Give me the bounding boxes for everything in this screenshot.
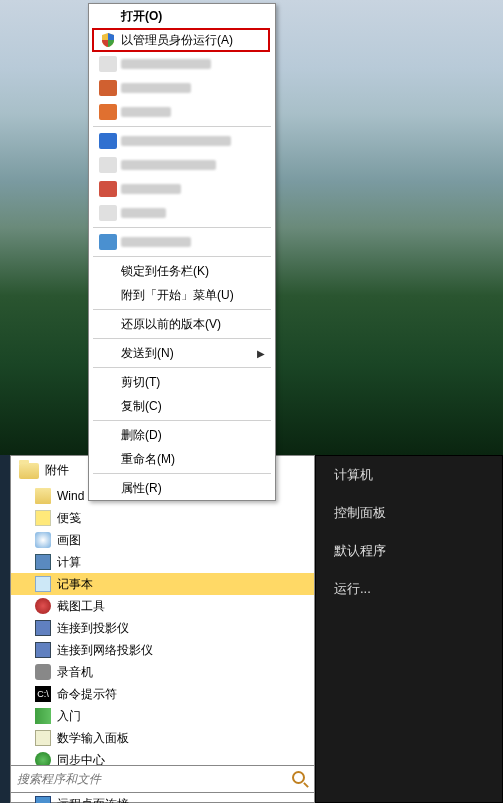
ctx-blurred-item[interactable] — [89, 52, 275, 76]
separator — [93, 420, 271, 421]
separator — [93, 309, 271, 310]
start-menu-right-panel: 计算机 控制面板 默认程序 运行... — [315, 455, 503, 803]
program-connect-network-projector[interactable]: 连接到网络投影仪 — [11, 639, 314, 661]
ctx-properties[interactable]: 属性(R) — [89, 476, 275, 500]
ctx-run-as-admin[interactable]: 以管理员身份运行(A) — [89, 28, 275, 52]
separator — [93, 338, 271, 339]
separator — [93, 227, 271, 228]
ctx-copy[interactable]: 复制(C) — [89, 394, 275, 418]
flag-icon — [35, 708, 51, 724]
search-box[interactable] — [10, 765, 315, 793]
ctx-blurred-item[interactable] — [89, 76, 275, 100]
ctx-blurred-item[interactable] — [89, 100, 275, 124]
program-connect-projector[interactable]: 连接到投影仪 — [11, 617, 314, 639]
cmd-icon: C:\ — [35, 686, 51, 702]
separator — [93, 473, 271, 474]
sidebar-item-control-panel[interactable]: 控制面板 — [316, 494, 502, 532]
program-math-input[interactable]: 数学输入面板 — [11, 727, 314, 749]
program-snipping-tool[interactable]: 截图工具 — [11, 595, 314, 617]
calculator-icon — [35, 554, 51, 570]
sidebar-item-computer[interactable]: 计算机 — [316, 456, 502, 494]
blank-icon — [99, 8, 117, 24]
ctx-blurred-item[interactable] — [89, 230, 275, 254]
search-input[interactable] — [17, 772, 292, 786]
ctx-open[interactable]: 打开(O) — [89, 4, 275, 28]
mic-icon — [35, 664, 51, 680]
ctx-send-to[interactable]: 发送到(N)▶ — [89, 341, 275, 365]
separator — [93, 256, 271, 257]
ctx-blurred-item[interactable] — [89, 177, 275, 201]
network-projector-icon — [35, 642, 51, 658]
scissors-icon — [35, 598, 51, 614]
ctx-restore-versions[interactable]: 还原以前的版本(V) — [89, 312, 275, 336]
paint-icon — [35, 532, 51, 548]
sticky-note-icon — [35, 510, 51, 526]
ctx-blurred-item[interactable] — [89, 201, 275, 225]
program-sticky-notes[interactable]: 便笺 — [11, 507, 314, 529]
folder-label: 附件 — [45, 462, 69, 479]
sidebar-item-default-programs[interactable]: 默认程序 — [316, 532, 502, 570]
separator — [93, 367, 271, 368]
ctx-rename[interactable]: 重命名(M) — [89, 447, 275, 471]
folder-icon — [19, 463, 39, 479]
ctx-blurred-item[interactable] — [89, 129, 275, 153]
ctx-blurred-item[interactable] — [89, 153, 275, 177]
math-icon — [35, 730, 51, 746]
program-list: Wind 便笺 画图 计算 记事本 截图工具 连接到投影仪 连接到网络投影仪 录… — [11, 485, 314, 803]
program-sound-recorder[interactable]: 录音机 — [11, 661, 314, 683]
program-calculator[interactable]: 计算 — [11, 551, 314, 573]
ctx-pin-taskbar[interactable]: 锁定到任务栏(K) — [89, 259, 275, 283]
sidebar-item-run[interactable]: 运行... — [316, 570, 502, 608]
ctx-delete[interactable]: 删除(D) — [89, 423, 275, 447]
separator — [93, 126, 271, 127]
program-paint[interactable]: 画图 — [11, 529, 314, 551]
search-icon[interactable] — [292, 771, 308, 787]
submenu-arrow-icon: ▶ — [257, 348, 265, 359]
ctx-cut[interactable]: 剪切(T) — [89, 370, 275, 394]
program-getting-started[interactable]: 入门 — [11, 705, 314, 727]
projector-icon — [35, 620, 51, 636]
program-notepad[interactable]: 记事本 — [11, 573, 314, 595]
context-menu: 打开(O) 以管理员身份运行(A) 锁定到任务栏(K) 附到「开始」菜单(U) … — [88, 3, 276, 501]
app-icon — [35, 488, 51, 504]
notepad-icon — [35, 576, 51, 592]
ctx-pin-start[interactable]: 附到「开始」菜单(U) — [89, 283, 275, 307]
program-cmd[interactable]: C:\命令提示符 — [11, 683, 314, 705]
start-menu-left-panel: 附件 Wind 便笺 画图 计算 记事本 截图工具 连接到投影仪 连接到网络投影… — [10, 455, 315, 803]
shield-icon — [99, 32, 117, 48]
